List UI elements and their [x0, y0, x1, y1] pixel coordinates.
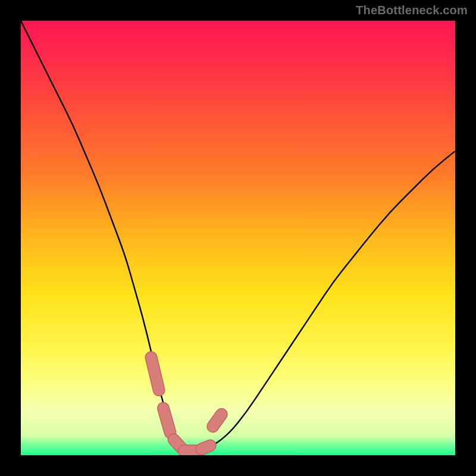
bottleneck-chart [21, 21, 455, 455]
curve-marker [213, 414, 222, 426]
curve-marker [151, 358, 159, 390]
curve-marker [163, 408, 170, 433]
curve-marker [202, 446, 211, 449]
gradient-background [21, 21, 455, 455]
chart-frame: TheBottleneck.com [0, 0, 476, 476]
attribution-text: TheBottleneck.com [356, 4, 468, 17]
plot-area [21, 21, 455, 455]
